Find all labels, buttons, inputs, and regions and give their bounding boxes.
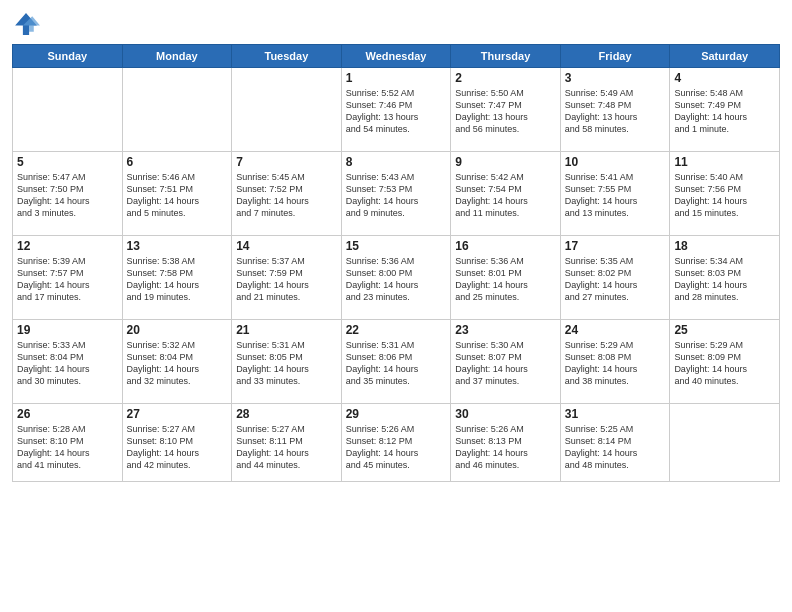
day-number: 6 [127,155,228,169]
day-number: 31 [565,407,666,421]
cell-info: Sunrise: 5:34 AM Sunset: 8:03 PM Dayligh… [674,255,775,304]
calendar-day-header: Friday [560,45,670,68]
cell-info: Sunrise: 5:25 AM Sunset: 8:14 PM Dayligh… [565,423,666,472]
day-number: 14 [236,239,337,253]
cell-info: Sunrise: 5:27 AM Sunset: 8:11 PM Dayligh… [236,423,337,472]
calendar-cell: 24Sunrise: 5:29 AM Sunset: 8:08 PM Dayli… [560,320,670,404]
day-number: 24 [565,323,666,337]
calendar-cell: 2Sunrise: 5:50 AM Sunset: 7:47 PM Daylig… [451,68,561,152]
calendar-cell: 17Sunrise: 5:35 AM Sunset: 8:02 PM Dayli… [560,236,670,320]
calendar-cell: 22Sunrise: 5:31 AM Sunset: 8:06 PM Dayli… [341,320,451,404]
calendar-cell: 30Sunrise: 5:26 AM Sunset: 8:13 PM Dayli… [451,404,561,482]
cell-info: Sunrise: 5:50 AM Sunset: 7:47 PM Dayligh… [455,87,556,136]
day-number: 25 [674,323,775,337]
calendar-cell: 23Sunrise: 5:30 AM Sunset: 8:07 PM Dayli… [451,320,561,404]
calendar-cell: 28Sunrise: 5:27 AM Sunset: 8:11 PM Dayli… [232,404,342,482]
calendar-cell: 13Sunrise: 5:38 AM Sunset: 7:58 PM Dayli… [122,236,232,320]
day-number: 11 [674,155,775,169]
cell-info: Sunrise: 5:35 AM Sunset: 8:02 PM Dayligh… [565,255,666,304]
day-number: 12 [17,239,118,253]
cell-info: Sunrise: 5:38 AM Sunset: 7:58 PM Dayligh… [127,255,228,304]
cell-info: Sunrise: 5:43 AM Sunset: 7:53 PM Dayligh… [346,171,447,220]
calendar-cell: 8Sunrise: 5:43 AM Sunset: 7:53 PM Daylig… [341,152,451,236]
calendar-cell: 26Sunrise: 5:28 AM Sunset: 8:10 PM Dayli… [13,404,123,482]
cell-info: Sunrise: 5:39 AM Sunset: 7:57 PM Dayligh… [17,255,118,304]
calendar-header-row: SundayMondayTuesdayWednesdayThursdayFrid… [13,45,780,68]
calendar-cell: 29Sunrise: 5:26 AM Sunset: 8:12 PM Dayli… [341,404,451,482]
cell-info: Sunrise: 5:27 AM Sunset: 8:10 PM Dayligh… [127,423,228,472]
day-number: 19 [17,323,118,337]
day-number: 17 [565,239,666,253]
calendar-day-header: Tuesday [232,45,342,68]
calendar-cell [13,68,123,152]
calendar-day-header: Wednesday [341,45,451,68]
header [12,10,780,38]
calendar-cell: 9Sunrise: 5:42 AM Sunset: 7:54 PM Daylig… [451,152,561,236]
calendar-week-row: 26Sunrise: 5:28 AM Sunset: 8:10 PM Dayli… [13,404,780,482]
day-number: 7 [236,155,337,169]
day-number: 13 [127,239,228,253]
cell-info: Sunrise: 5:41 AM Sunset: 7:55 PM Dayligh… [565,171,666,220]
calendar-day-header: Sunday [13,45,123,68]
cell-info: Sunrise: 5:36 AM Sunset: 8:01 PM Dayligh… [455,255,556,304]
cell-info: Sunrise: 5:26 AM Sunset: 8:12 PM Dayligh… [346,423,447,472]
cell-info: Sunrise: 5:46 AM Sunset: 7:51 PM Dayligh… [127,171,228,220]
calendar-cell: 11Sunrise: 5:40 AM Sunset: 7:56 PM Dayli… [670,152,780,236]
calendar-cell: 6Sunrise: 5:46 AM Sunset: 7:51 PM Daylig… [122,152,232,236]
calendar-cell: 1Sunrise: 5:52 AM Sunset: 7:46 PM Daylig… [341,68,451,152]
day-number: 2 [455,71,556,85]
day-number: 1 [346,71,447,85]
cell-info: Sunrise: 5:28 AM Sunset: 8:10 PM Dayligh… [17,423,118,472]
cell-info: Sunrise: 5:31 AM Sunset: 8:06 PM Dayligh… [346,339,447,388]
calendar-cell: 27Sunrise: 5:27 AM Sunset: 8:10 PM Dayli… [122,404,232,482]
calendar-cell: 16Sunrise: 5:36 AM Sunset: 8:01 PM Dayli… [451,236,561,320]
cell-info: Sunrise: 5:26 AM Sunset: 8:13 PM Dayligh… [455,423,556,472]
calendar-cell: 21Sunrise: 5:31 AM Sunset: 8:05 PM Dayli… [232,320,342,404]
logo [12,10,44,38]
calendar-table: SundayMondayTuesdayWednesdayThursdayFrid… [12,44,780,482]
calendar-cell: 18Sunrise: 5:34 AM Sunset: 8:03 PM Dayli… [670,236,780,320]
cell-info: Sunrise: 5:36 AM Sunset: 8:00 PM Dayligh… [346,255,447,304]
day-number: 3 [565,71,666,85]
calendar-week-row: 12Sunrise: 5:39 AM Sunset: 7:57 PM Dayli… [13,236,780,320]
calendar-cell: 19Sunrise: 5:33 AM Sunset: 8:04 PM Dayli… [13,320,123,404]
day-number: 28 [236,407,337,421]
calendar-cell: 14Sunrise: 5:37 AM Sunset: 7:59 PM Dayli… [232,236,342,320]
calendar-week-row: 1Sunrise: 5:52 AM Sunset: 7:46 PM Daylig… [13,68,780,152]
calendar-cell: 4Sunrise: 5:48 AM Sunset: 7:49 PM Daylig… [670,68,780,152]
day-number: 27 [127,407,228,421]
calendar-week-row: 19Sunrise: 5:33 AM Sunset: 8:04 PM Dayli… [13,320,780,404]
calendar-cell [122,68,232,152]
cell-info: Sunrise: 5:40 AM Sunset: 7:56 PM Dayligh… [674,171,775,220]
day-number: 20 [127,323,228,337]
cell-info: Sunrise: 5:31 AM Sunset: 8:05 PM Dayligh… [236,339,337,388]
calendar-cell: 12Sunrise: 5:39 AM Sunset: 7:57 PM Dayli… [13,236,123,320]
logo-icon [12,10,40,38]
cell-info: Sunrise: 5:29 AM Sunset: 8:08 PM Dayligh… [565,339,666,388]
cell-info: Sunrise: 5:45 AM Sunset: 7:52 PM Dayligh… [236,171,337,220]
calendar-cell: 20Sunrise: 5:32 AM Sunset: 8:04 PM Dayli… [122,320,232,404]
day-number: 23 [455,323,556,337]
cell-info: Sunrise: 5:49 AM Sunset: 7:48 PM Dayligh… [565,87,666,136]
calendar-day-header: Monday [122,45,232,68]
day-number: 10 [565,155,666,169]
day-number: 29 [346,407,447,421]
cell-info: Sunrise: 5:29 AM Sunset: 8:09 PM Dayligh… [674,339,775,388]
calendar-week-row: 5Sunrise: 5:47 AM Sunset: 7:50 PM Daylig… [13,152,780,236]
day-number: 4 [674,71,775,85]
calendar-cell [232,68,342,152]
calendar-day-header: Thursday [451,45,561,68]
day-number: 21 [236,323,337,337]
cell-info: Sunrise: 5:48 AM Sunset: 7:49 PM Dayligh… [674,87,775,136]
cell-info: Sunrise: 5:52 AM Sunset: 7:46 PM Dayligh… [346,87,447,136]
day-number: 16 [455,239,556,253]
calendar-cell: 3Sunrise: 5:49 AM Sunset: 7:48 PM Daylig… [560,68,670,152]
calendar-cell: 25Sunrise: 5:29 AM Sunset: 8:09 PM Dayli… [670,320,780,404]
calendar-cell: 7Sunrise: 5:45 AM Sunset: 7:52 PM Daylig… [232,152,342,236]
calendar-day-header: Saturday [670,45,780,68]
day-number: 22 [346,323,447,337]
day-number: 18 [674,239,775,253]
day-number: 5 [17,155,118,169]
cell-info: Sunrise: 5:47 AM Sunset: 7:50 PM Dayligh… [17,171,118,220]
day-number: 26 [17,407,118,421]
